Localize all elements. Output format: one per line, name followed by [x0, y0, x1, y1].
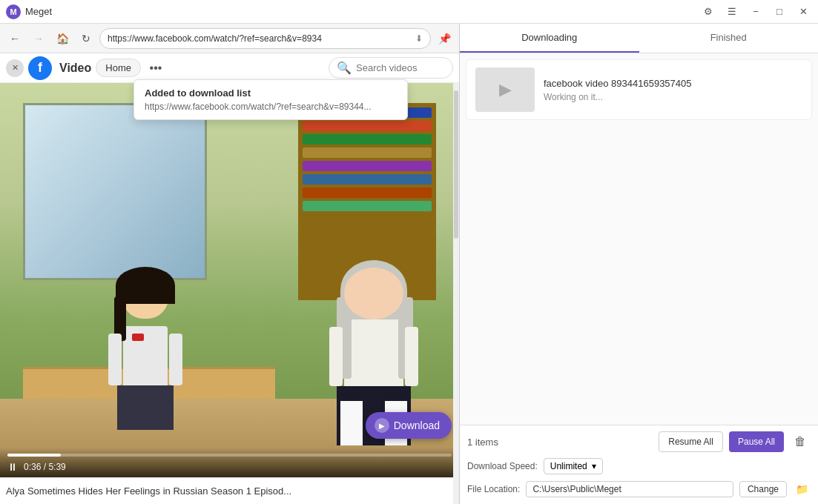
time-display: 0:36 / 5:39 — [24, 462, 66, 472]
search-bar[interactable]: 🔍 — [329, 57, 453, 79]
right-panel: Downloading Finished ▶ facebook video 89… — [460, 24, 818, 504]
home-button[interactable]: 🏠 — [52, 28, 73, 49]
video-thumbnail: ▶ — [475, 67, 535, 112]
url-bar[interactable]: https://www.facebook.com/watch/?ref=sear… — [99, 28, 431, 49]
file-location-input[interactable] — [526, 481, 733, 497]
play-icon: ▶ — [499, 80, 512, 99]
download-list: ▶ facebook video 893441659357405 Working… — [460, 53, 818, 425]
facebook-icon: f — [28, 56, 52, 80]
browser-toolbar: ✕ f Video Home ••• 🔍 — [0, 53, 459, 83]
tooltip-popup: Added to download list https://www.faceb… — [133, 79, 408, 120]
bottom-bar: 1 items Resume All Pause All 🗑 Download … — [460, 425, 818, 504]
home-tab-button[interactable]: Home — [96, 59, 141, 77]
download-overlay-label: Download — [394, 420, 440, 431]
nav-bar: ← → 🏠 ↻ https://www.facebook.com/watch/?… — [0, 24, 459, 53]
speed-select[interactable]: Unlimited ▾ — [544, 458, 603, 474]
more-options-button[interactable]: ••• — [145, 58, 166, 79]
app-title: Meget — [25, 6, 699, 17]
open-folder-button[interactable]: 📁 — [793, 480, 811, 498]
item-status: Working on it... — [544, 92, 802, 102]
item-info: facebook video 893441659357405 Working o… — [544, 78, 802, 102]
location-label: File Location: — [467, 484, 520, 494]
tab-close-button[interactable]: ✕ — [6, 59, 24, 77]
resume-all-button[interactable]: Resume All — [659, 431, 723, 452]
tooltip-title: Added to download list — [145, 87, 397, 99]
download-item: ▶ facebook video 893441659357405 Working… — [466, 59, 812, 120]
window-controls: ⚙ ☰ − □ ✕ — [699, 3, 812, 21]
bottom-row-speed: Download Speed: Unlimited ▾ — [467, 458, 811, 474]
close-button[interactable]: ✕ — [794, 3, 812, 21]
pin-button[interactable]: 📌 — [434, 28, 455, 49]
video-caption: Alya Sometimes Hides Her Feelings in Rus… — [0, 477, 459, 504]
back-button[interactable]: ← — [4, 28, 25, 49]
character1 — [101, 267, 190, 430]
search-input[interactable] — [356, 62, 445, 73]
video-controls: ⏸ 0:36 / 5:39 — [0, 448, 459, 477]
trash-button[interactable]: 🗑 — [790, 431, 811, 452]
tab-finished[interactable]: Finished — [639, 24, 819, 53]
tooltip-url: https://www.facebook.com/watch/?ref=sear… — [145, 102, 397, 112]
forward-button[interactable]: → — [28, 28, 49, 49]
refresh-button[interactable]: ↻ — [76, 28, 96, 49]
item-title: facebook video 893441659357405 — [544, 78, 802, 89]
action-buttons: Resume All Pause All 🗑 — [659, 431, 811, 452]
change-location-button[interactable]: Change — [739, 481, 787, 497]
items-count: 1 items — [467, 437, 498, 448]
bottom-row-actions: 1 items Resume All Pause All 🗑 — [467, 431, 811, 452]
tab-downloading[interactable]: Downloading — [460, 24, 639, 53]
bottom-row-location: File Location: Change 📁 — [467, 480, 811, 498]
download-overlay-button[interactable]: ▶ Download — [366, 412, 452, 439]
play-pause-button[interactable]: ⏸ — [7, 461, 18, 473]
scene-window — [23, 103, 207, 280]
url-text: https://www.facebook.com/watch/?ref=sear… — [108, 33, 411, 44]
scrollbar[interactable] — [453, 83, 459, 504]
tab-bar: Downloading Finished — [460, 24, 818, 53]
browser-panel: ← → 🏠 ↻ https://www.facebook.com/watch/?… — [0, 24, 460, 504]
pause-all-button[interactable]: Pause All — [729, 431, 784, 452]
caption-text: Alya Sometimes Hides Her Feelings in Rus… — [6, 485, 291, 497]
progress-bar[interactable] — [7, 454, 452, 457]
speed-value: Unlimited — [550, 461, 587, 471]
download-logo-icon: ▶ — [375, 418, 389, 433]
progress-fill — [7, 454, 61, 457]
menu-button[interactable]: ☰ — [723, 3, 741, 21]
url-download-icon[interactable]: ⬇ — [415, 33, 423, 44]
video-area[interactable]: ⏸ 0:36 / 5:39 ▶ Download — [0, 83, 459, 477]
chevron-down-icon: ▾ — [592, 461, 596, 471]
scrollbar-thumb[interactable] — [454, 90, 458, 239]
settings-button[interactable]: ⚙ — [699, 3, 717, 21]
maximize-button[interactable]: □ — [771, 3, 788, 21]
search-icon: 🔍 — [337, 61, 352, 75]
main-container: ← → 🏠 ↻ https://www.facebook.com/watch/?… — [0, 24, 818, 504]
controls-row: ⏸ 0:36 / 5:39 — [7, 461, 452, 473]
site-name-label: Video — [59, 62, 91, 75]
titlebar: M Meget ⚙ ☰ − □ ✕ — [0, 0, 818, 24]
minimize-button[interactable]: − — [747, 3, 765, 21]
app-logo: M — [6, 4, 21, 19]
speed-label: Download Speed: — [467, 461, 538, 471]
